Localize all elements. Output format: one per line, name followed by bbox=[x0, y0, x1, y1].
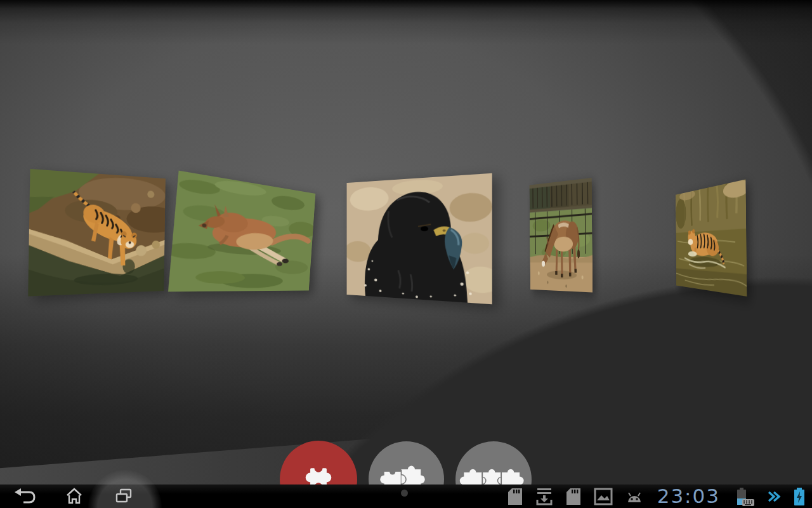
battery-charging-icon bbox=[793, 487, 806, 506]
download-icon bbox=[535, 487, 553, 506]
carousel-item-kangaroo[interactable] bbox=[168, 171, 315, 292]
tiger-pond-image bbox=[28, 169, 166, 297]
carousel-item-eagle[interactable] bbox=[347, 173, 492, 305]
bar-center-dot bbox=[401, 490, 408, 497]
status-area[interactable]: 23:03 bbox=[507, 485, 806, 508]
home-button[interactable] bbox=[49, 485, 99, 508]
clock: 23:03 bbox=[657, 485, 720, 508]
sd-card-icon bbox=[565, 487, 582, 506]
nav-buttons bbox=[0, 485, 148, 508]
donkey-image bbox=[530, 178, 593, 292]
kangaroo-image bbox=[168, 171, 315, 292]
recent-apps-icon bbox=[114, 487, 134, 506]
back-icon bbox=[11, 487, 39, 506]
carousel-item-tiger-pond[interactable] bbox=[28, 169, 166, 297]
screen: 23:03 bbox=[0, 0, 812, 508]
expand-chevrons-icon[interactable] bbox=[767, 490, 781, 504]
carousel-item-donkey[interactable] bbox=[530, 178, 593, 292]
tiger-water-image bbox=[676, 179, 747, 296]
gallery-icon bbox=[594, 488, 613, 505]
sd-card-icon bbox=[507, 487, 523, 506]
recent-apps-button[interactable] bbox=[99, 485, 148, 508]
back-button[interactable] bbox=[0, 485, 49, 508]
home-icon bbox=[65, 487, 84, 506]
carousel-item-tiger-water[interactable] bbox=[676, 179, 747, 296]
eagle-image bbox=[347, 173, 492, 305]
battery-keyboard-icon bbox=[733, 486, 755, 507]
android-icon bbox=[625, 488, 644, 505]
